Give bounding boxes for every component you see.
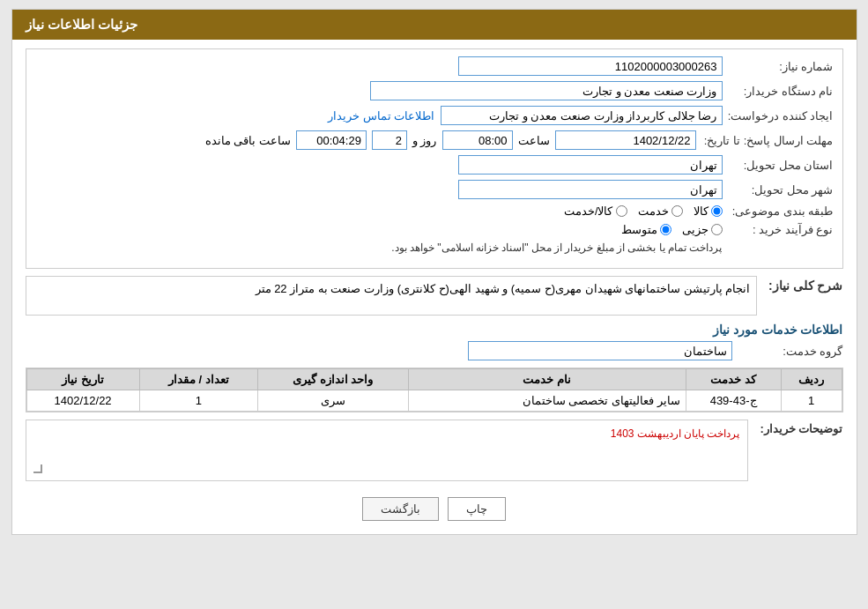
tabaqe-radio-khedmat: خدمت [638, 204, 683, 218]
col-tedad: تعداد / مقدار [139, 369, 257, 390]
sharh-label: شرح کلی نیاز: [764, 279, 843, 293]
farayand-radio-jozi-input[interactable] [711, 224, 723, 235]
cell-tarikh: 1402/12/22 [26, 390, 139, 412]
grooh-input[interactable] [468, 341, 732, 360]
nam-dastgah-input[interactable] [370, 81, 723, 100]
mohlat-date-input[interactable] [555, 130, 696, 150]
table-body: 1 ج-43-439 سایر فعالیتهای تخصصی ساختمان … [26, 390, 842, 412]
row-nave-farayand: نوع فرآیند خرید : جزیی متوسط پرداخت تمام… [35, 223, 834, 256]
ostan-input[interactable] [458, 155, 723, 175]
mohlat-rooz-label: روز و [412, 134, 437, 147]
shomare-niaz-label: شماره نیاز: [728, 60, 834, 73]
mohlat-remaining-input[interactable] [296, 130, 367, 150]
tabaqe-radio-kala-khedmat-input[interactable] [616, 205, 627, 217]
farayand-radio-jozi: جزیی [682, 223, 723, 236]
tabaqe-radio-group: کالا خدمت کالا/خدمت [564, 204, 723, 218]
tabaqe-radio-khedmat-input[interactable] [671, 205, 683, 217]
content-area: شماره نیاز: نام دستگاه خریدار: ایجاد کنن… [12, 40, 857, 534]
row-grooh: گروه خدمت: [26, 341, 843, 360]
button-row: چاپ بازگشت [26, 497, 843, 521]
sharh-section: شرح کلی نیاز: انجام پارتیشن ساختمانهای ش… [26, 276, 843, 316]
cell-radif: 1 [781, 390, 842, 412]
header-title: جزئیات اطلاعات نیاز [26, 17, 137, 32]
tabaqe-kala-label: کالا [694, 204, 708, 218]
tabaqe-radio-kala-input[interactable] [711, 205, 723, 217]
row-ostan: استان محل تحویل: [35, 155, 834, 175]
col-radif: ردیف [781, 369, 842, 390]
table-row: 1 ج-43-439 سایر فعالیتهای تخصصی ساختمان … [26, 390, 842, 412]
main-container: جزئیات اطلاعات نیاز شماره نیاز: نام دستگ… [11, 9, 857, 535]
shahr-input[interactable] [458, 180, 723, 199]
grooh-label: گروه خدمت: [738, 345, 843, 358]
cell-name: سایر فعالیتهای تخصصی ساختمان [408, 390, 686, 412]
col-kod: کد خدمت [686, 369, 781, 390]
table-header: ردیف کد خدمت نام خدمت واحد اندازه گیری ت… [26, 369, 842, 390]
sharh-content: انجام پارتیشن ساختمانهای شهیدان مهری(ح س… [26, 276, 757, 316]
mohlat-saat-label: ساعت [518, 134, 550, 147]
tawzih-section: توضیحات خریدار: پرداخت پایان اردیبهشت 14… [26, 420, 843, 488]
ijaad-input[interactable] [441, 106, 723, 125]
tawzih-text: پرداخت پایان اردیبهشت 1403 [611, 427, 740, 440]
mohlat-rooz-input[interactable] [372, 130, 407, 150]
row-tabaqe: طبقه بندی موضوعی: کالا خدمت کالا/خدمت [35, 204, 834, 218]
col-vahed: واحد اندازه گیری [257, 369, 408, 390]
row-nam-dastgah: نام دستگاه خریدار: [35, 81, 834, 100]
row-shomare-niaz: شماره نیاز: [35, 56, 834, 76]
tabaqe-khedmat-label: خدمت [638, 204, 669, 218]
col-name: نام خدمت [408, 369, 686, 390]
khadamat-title: اطلاعات خدمات مورد نیاز [26, 323, 843, 337]
services-table: ردیف کد خدمت نام خدمت واحد اندازه گیری ت… [26, 368, 842, 412]
tabaqe-label: طبقه بندی موضوعی: [728, 204, 834, 218]
ostan-label: استان محل تحویل: [728, 159, 834, 172]
back-button[interactable]: بازگشت [362, 497, 439, 521]
resize-handle[interactable] [33, 464, 42, 473]
cell-vahed: سری [257, 390, 408, 412]
mohlat-label: مهلت ارسال پاسخ: تا تاریخ: [701, 134, 834, 147]
ijaad-label: ایجاد کننده درخواست: [728, 109, 834, 123]
farayand-motawaset-label: متوسط [621, 223, 657, 236]
tawzih-label: توضیحات خریدار: [755, 422, 843, 435]
services-table-container: ردیف کد خدمت نام خدمت واحد اندازه گیری ت… [26, 368, 843, 412]
row-mohlat: مهلت ارسال پاسخ: تا تاریخ: ساعت روز و سا… [35, 130, 834, 150]
col-tarikh: تاریخ نیاز [26, 369, 139, 390]
tawzih-box: پرداخت پایان اردیبهشت 1403 [26, 420, 748, 481]
mohlat-saat-input[interactable] [442, 130, 513, 150]
row-ijaad: ایجاد کننده درخواست: اطلاعات تماس خریدار [35, 106, 834, 125]
shahr-label: شهر محل تحویل: [728, 183, 834, 197]
top-info-section: شماره نیاز: نام دستگاه خریدار: ایجاد کنن… [26, 48, 843, 269]
row-shahr: شهر محل تحویل: [35, 180, 834, 199]
farayand-radio-motawaset: متوسط [621, 223, 671, 236]
cell-kod: ج-43-439 [686, 390, 781, 412]
nam-dastgah-label: نام دستگاه خریدار: [728, 85, 834, 98]
farayand-radio-motawaset-input[interactable] [660, 224, 671, 235]
farayand-jozi-label: جزیی [682, 223, 708, 236]
nave-farayand-content: جزیی متوسط پرداخت تمام یا بخشی از مبلغ خ… [391, 223, 722, 256]
cell-tedad: 1 [139, 390, 257, 412]
farayand-warning: پرداخت تمام یا بخشی از مبلغ خریدار از مح… [391, 240, 722, 256]
mohlat-remaining-label: ساعت باقی مانده [205, 134, 291, 147]
nave-farayand-label: نوع فرآیند خرید : [728, 223, 834, 236]
tabaqe-kala-khedmat-label: کالا/خدمت [564, 204, 613, 218]
tabaqe-radio-kala: کالا [694, 204, 723, 218]
sharh-text: انجام پارتیشن ساختمانهای شهیدان مهری(ح س… [256, 282, 751, 295]
etelaaat-tamas-link[interactable]: اطلاعات تماس خریدار [328, 109, 434, 123]
print-button[interactable]: چاپ [448, 497, 506, 521]
tabaqe-radio-kala-khedmat: کالا/خدمت [564, 204, 627, 218]
header-bar: جزئیات اطلاعات نیاز [12, 10, 857, 40]
shomare-niaz-input[interactable] [458, 56, 723, 76]
tawzih-content: پرداخت پایان اردیبهشت 1403 [33, 427, 740, 464]
